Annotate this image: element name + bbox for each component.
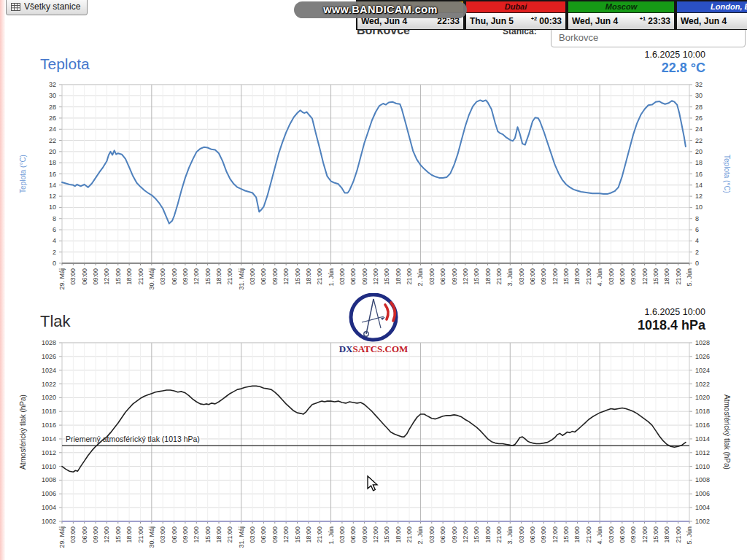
svg-text:03:00: 03:00 [249,268,256,285]
svg-text:1008: 1008 [695,476,710,483]
svg-text:28: 28 [49,104,56,111]
svg-text:21:00: 21:00 [585,268,592,285]
svg-text:18:00: 18:00 [663,268,670,285]
svg-text:30. Máj: 30. Máj [148,268,155,290]
svg-text:2: 2 [695,249,699,256]
svg-text:06:00: 06:00 [81,268,88,285]
svg-text:03:00: 03:00 [69,268,77,285]
svg-text:09:00: 09:00 [630,526,637,543]
logo-text-dx: DX [339,343,353,354]
svg-text:5. Jún: 5. Jún [686,526,693,545]
svg-text:Atmosférický tlak (hPa): Atmosférický tlak (hPa) [723,394,731,470]
svg-text:06:00: 06:00 [81,526,88,543]
svg-text:22: 22 [49,137,56,144]
svg-text:21:00: 21:00 [406,526,413,543]
svg-text:6: 6 [695,226,699,233]
world-clock-offset: DST -1 [727,15,747,22]
svg-text:21:00: 21:00 [137,526,144,543]
svg-text:12:00: 12:00 [193,526,200,543]
svg-text:24: 24 [695,125,703,133]
all-stations-button[interactable]: Všetky stanice [6,0,88,15]
svg-text:3. Jún: 3. Jún [506,268,514,287]
svg-text:18: 18 [49,159,56,166]
svg-text:1024: 1024 [695,367,710,374]
svg-text:06:00: 06:00 [171,526,178,543]
svg-text:18:00: 18:00 [215,526,222,543]
svg-text:1018: 1018 [42,408,56,415]
svg-text:09:00: 09:00 [361,268,368,285]
svg-text:09:00: 09:00 [182,268,189,285]
svg-text:06:00: 06:00 [349,268,357,285]
svg-text:28: 28 [695,104,703,111]
svg-text:1004: 1004 [42,504,56,511]
svg-text:Teplota (°C): Teplota (°C) [723,155,731,193]
svg-text:09:00: 09:00 [451,268,458,285]
world-clock-dubai: Dubai Thu, Jun 5 +2 00:33 [465,0,567,30]
svg-text:15:00: 15:00 [473,268,480,285]
temperature-timestamp: 1.6.2025 10:00 [645,50,705,60]
svg-text:09:00: 09:00 [540,526,547,543]
svg-text:1002: 1002 [42,518,56,525]
svg-text:09:00: 09:00 [361,526,368,543]
svg-text:18:00: 18:00 [125,526,133,543]
pressure-chart: 1002100210041004100610061008100810101010… [0,337,747,560]
svg-text:1022: 1022 [695,381,710,388]
svg-text:06:00: 06:00 [529,526,536,543]
svg-text:06:00: 06:00 [439,526,446,543]
svg-text:03:00: 03:00 [69,526,77,543]
svg-text:06:00: 06:00 [529,268,536,285]
svg-text:12:00: 12:00 [103,268,110,285]
svg-text:09:00: 09:00 [630,268,637,285]
svg-text:1026: 1026 [695,353,710,360]
svg-text:1020: 1020 [42,394,56,401]
svg-text:1002: 1002 [695,518,710,525]
svg-text:26: 26 [49,114,56,122]
svg-text:0: 0 [695,260,699,267]
svg-text:1012: 1012 [42,449,56,456]
svg-text:22: 22 [695,137,703,144]
svg-text:12:00: 12:00 [193,268,200,285]
svg-text:21:00: 21:00 [226,526,233,543]
svg-text:15:00: 15:00 [294,268,301,285]
svg-text:1022: 1022 [42,381,56,388]
svg-text:21:00: 21:00 [316,526,323,543]
svg-text:12:00: 12:00 [372,526,379,543]
svg-text:12:00: 12:00 [282,268,290,285]
svg-text:15:00: 15:00 [562,268,570,285]
svg-text:03:00: 03:00 [338,526,346,543]
svg-text:29. Máj: 29. Máj [58,268,66,290]
svg-text:15:00: 15:00 [115,268,122,285]
svg-text:0: 0 [53,260,56,267]
bandicam-watermark: www.BANDICAM.com [294,1,467,18]
svg-text:03:00: 03:00 [608,268,615,285]
svg-text:Priemerný atmosférický tlak (1: Priemerný atmosférický tlak (1013 hPa) [66,435,200,443]
svg-text:03:00: 03:00 [159,526,166,543]
svg-text:18:00: 18:00 [573,526,581,543]
svg-text:15:00: 15:00 [562,526,570,543]
svg-text:18:00: 18:00 [125,268,133,285]
svg-text:DXSATCS.COM: DXSATCS.COM [339,343,409,354]
svg-text:06:00: 06:00 [619,268,626,285]
svg-text:21:00: 21:00 [137,268,144,285]
svg-text:09:00: 09:00 [182,526,189,543]
svg-text:8: 8 [695,215,699,222]
svg-text:21:00: 21:00 [495,268,503,285]
svg-text:1016: 1016 [42,421,56,429]
svg-text:03:00: 03:00 [518,526,525,543]
svg-text:20: 20 [49,148,56,155]
svg-text:Atmosférický tlak (hPa): Atmosférický tlak (hPa) [19,394,27,470]
world-clock-city: Dubai [466,1,565,13]
pressure-timestamp: 1.6.2025 10:00 [645,307,705,317]
svg-text:03:00: 03:00 [159,268,166,285]
world-clock-date: Wed, Jun 4 [572,16,618,26]
svg-text:4. Jún: 4. Jún [596,268,603,287]
dxsatcs-logo-watermark: DXSATCS.COM [330,293,417,359]
svg-text:2: 2 [53,249,56,256]
svg-text:21:00: 21:00 [675,526,682,543]
svg-text:15:00: 15:00 [473,526,480,543]
svg-text:12: 12 [695,192,703,200]
svg-text:6: 6 [53,226,56,233]
pressure-title: Tlak [40,312,71,331]
svg-text:15:00: 15:00 [652,268,659,285]
svg-text:12:00: 12:00 [103,526,110,543]
